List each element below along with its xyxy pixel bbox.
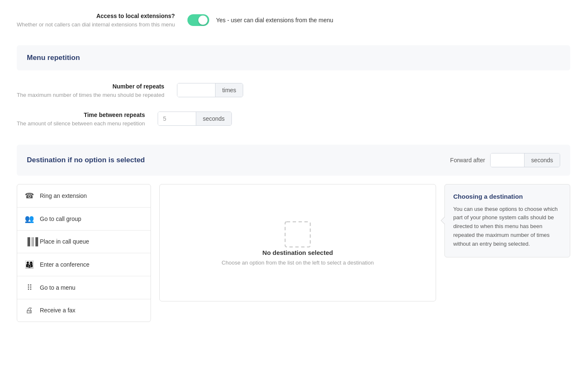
option-ring-extension[interactable]: ☎ Ring an extension xyxy=(17,184,151,208)
destination-panel: Destination if no option is selected For… xyxy=(17,145,570,176)
option-call-group-label: Go to call group xyxy=(40,215,81,222)
option-menu-label: Go to a menu xyxy=(40,284,75,291)
access-title: Access to local extensions? xyxy=(17,13,175,19)
no-destination-title: No destination selected xyxy=(262,249,333,256)
repeats-input-group: times xyxy=(177,83,243,97)
menu-repetition-panel: Menu repetition xyxy=(17,45,570,70)
option-conference-label: Enter a conference xyxy=(40,261,89,268)
bottom-layout: ☎ Ring an extension 👥 Go to call group ▐… xyxy=(17,184,570,322)
toggle-row: Yes - user can dial extensions from the … xyxy=(187,14,333,26)
repeats-suffix: times xyxy=(215,83,243,97)
option-call-queue[interactable]: ▐║▌ Place in call queue xyxy=(17,231,151,253)
option-call-group[interactable]: 👥 Go to call group xyxy=(17,208,151,231)
number-of-repeats-row: Number of repeats The maximum number of … xyxy=(17,83,570,99)
forward-after-input[interactable] xyxy=(491,153,524,167)
phone-icon: ☎ xyxy=(25,191,34,200)
queue-icon: ▐║▌ xyxy=(25,237,34,246)
repeats-label: Number of repeats xyxy=(17,83,164,90)
time-label: Time between repeats xyxy=(17,112,145,118)
empty-state-icon xyxy=(283,220,312,249)
forward-after-group: Forward after seconds xyxy=(450,153,560,167)
options-list: ☎ Ring an extension 👥 Go to call group ▐… xyxy=(17,184,151,322)
time-suffix: seconds xyxy=(196,112,231,125)
time-input-group: seconds xyxy=(158,112,232,126)
access-toggle[interactable] xyxy=(187,14,209,26)
content-area: No destination selected Choose an option… xyxy=(159,184,436,301)
toggle-label-text: Yes - user can dial extensions from the … xyxy=(216,17,333,23)
forward-after-input-group: seconds xyxy=(490,153,560,167)
time-label-group: Time between repeats The amount of silen… xyxy=(17,112,145,127)
option-fax-label: Receive a fax xyxy=(40,307,75,314)
info-box-text: You can use these options to choose whic… xyxy=(453,205,561,249)
option-fax[interactable]: 🖨 Receive a fax xyxy=(17,299,151,322)
repeats-description: The maximum number of times the menu sho… xyxy=(17,91,164,99)
fax-icon: 🖨 xyxy=(25,306,34,315)
group-icon: 👥 xyxy=(25,214,34,223)
destination-title: Destination if no option is selected xyxy=(27,156,145,164)
option-conference[interactable]: 👨‍👩‍👧 Enter a conference xyxy=(17,253,151,276)
repeats-label-group: Number of repeats The maximum number of … xyxy=(17,83,164,99)
menu-repetition-title: Menu repetition xyxy=(27,54,560,62)
option-ring-extension-label: Ring an extension xyxy=(40,192,87,199)
info-box: Choosing a destination You can use these… xyxy=(444,184,570,257)
access-section: Access to local extensions? Whether or n… xyxy=(17,13,570,29)
access-label-group: Access to local extensions? Whether or n… xyxy=(17,13,175,29)
time-input[interactable] xyxy=(158,112,196,125)
conference-icon: 👨‍👩‍👧 xyxy=(25,260,34,269)
repeats-input[interactable] xyxy=(177,83,215,97)
time-description: The amount of silence between each menu … xyxy=(17,120,145,127)
info-box-title: Choosing a destination xyxy=(453,193,561,200)
option-menu[interactable]: ⠿ Go to a menu xyxy=(17,276,151,299)
option-call-queue-label: Place in call queue xyxy=(40,238,89,245)
svg-rect-0 xyxy=(285,222,310,247)
menu-icon: ⠿ xyxy=(25,283,34,292)
access-description: Whether or not callers can dial internal… xyxy=(17,21,175,29)
forward-after-label: Forward after xyxy=(450,157,485,164)
time-between-repeats-row: Time between repeats The amount of silen… xyxy=(17,112,570,127)
forward-after-suffix: seconds xyxy=(524,153,560,167)
no-destination-subtitle: Choose an option from the list on the le… xyxy=(222,260,374,266)
